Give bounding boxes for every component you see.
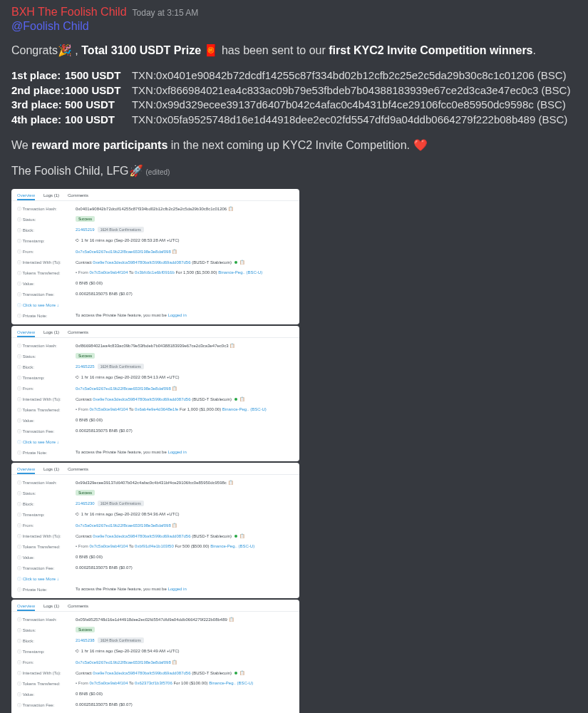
bscscan-card[interactable]: OverviewLogs (1)CommentsTransaction Hash… xyxy=(11,600,299,714)
tab-logs[interactable]: Logs (1) xyxy=(43,602,59,611)
message-timestamp: Today at 3:15 AM xyxy=(133,8,199,18)
message-content: Congrats🎉 , Total 3100 USDT Prize 🧧 has … xyxy=(11,43,577,179)
tab-comments[interactable]: Comments xyxy=(68,329,88,337)
signoff-line: The Foolish Child, LFG🚀(edited) xyxy=(11,163,577,179)
reward-line: We reward more participants in the next … xyxy=(11,138,577,153)
winner-row: 2nd place:1000 USDT TXN:0xf866984021ea4c… xyxy=(11,83,577,98)
user-mention[interactable]: @Foolish Child xyxy=(11,20,577,33)
tab-overview[interactable]: Overview xyxy=(17,329,35,337)
tab-logs[interactable]: Logs (1) xyxy=(43,466,59,474)
tab-overview[interactable]: Overview xyxy=(17,602,35,611)
edited-tag: (edited) xyxy=(146,168,170,176)
congrats-line: Congrats🎉 , Total 3100 USDT Prize 🧧 has … xyxy=(11,43,577,58)
bscscan-card[interactable]: OverviewLogs (1)CommentsTransaction Hash… xyxy=(11,326,299,461)
tab-comments[interactable]: Comments xyxy=(68,192,88,200)
bscscan-card[interactable]: OverviewLogs (1)CommentsTransaction Hash… xyxy=(11,463,299,598)
winners-list: 1st place:1500 USDT TXN:0x0401e90842b72d… xyxy=(11,68,577,128)
attachments: OverviewLogs (1)CommentsTransaction Hash… xyxy=(11,189,577,714)
message-author[interactable]: BXH The Foolish Child xyxy=(11,6,127,19)
bscscan-card[interactable]: OverviewLogs (1)CommentsTransaction Hash… xyxy=(11,189,299,324)
winner-row: 3rd place:500 USDT TXN:0x99d329ecee39137… xyxy=(11,98,577,113)
tab-overview[interactable]: Overview xyxy=(17,466,35,474)
tab-comments[interactable]: Comments xyxy=(68,466,88,474)
tab-logs[interactable]: Logs (1) xyxy=(43,329,59,337)
tab-comments[interactable]: Comments xyxy=(68,602,88,611)
tab-overview[interactable]: Overview xyxy=(17,192,35,200)
winner-row: 1st place:1500 USDT TXN:0x0401e90842b72d… xyxy=(11,68,577,83)
tab-logs[interactable]: Logs (1) xyxy=(43,192,59,200)
winner-row: 4th place:100 USDT TXN:0x05fa9525748d16e… xyxy=(11,113,577,128)
